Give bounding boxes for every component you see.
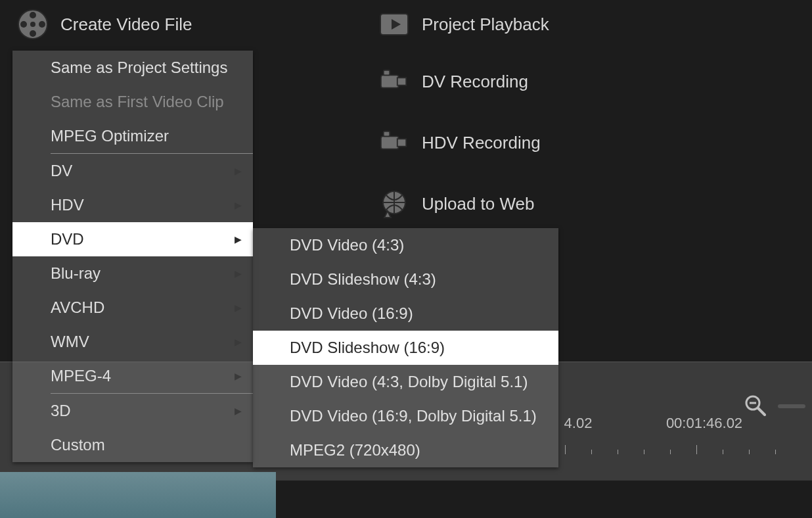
svg-rect-12 <box>381 75 399 87</box>
submenu-item-dvd-slideshow-169[interactable]: DVD Slideshow (16:9) <box>253 331 558 365</box>
project-playback-label: Project Playback <box>422 14 549 35</box>
menu-label-same-as-project-settings: Same as Project Settings <box>51 59 253 77</box>
create-video-file-menu: Same as Project Settings Same as First V… <box>12 51 253 462</box>
submenu-item-dvd-video-169-dolby[interactable]: DVD Video (16:9, Dolby Digital 5.1) <box>253 399 558 433</box>
svg-point-8 <box>39 21 45 28</box>
menu-item-dv[interactable]: DV ▶ <box>12 154 253 188</box>
film-reel-icon <box>17 9 49 40</box>
menu-item-mpeg4[interactable]: MPEG-4 ▶ <box>12 359 253 393</box>
svg-point-9 <box>30 22 35 27</box>
menu-label-mpeg-optimizer: MPEG Optimizer <box>51 127 253 145</box>
submenu-label-dvd-video-169: DVD Video (16:9) <box>290 304 413 323</box>
submenu-item-dvd-video-169[interactable]: DVD Video (16:9) <box>253 296 558 331</box>
svg-rect-13 <box>397 78 406 85</box>
menu-item-3d[interactable]: 3D ▶ <box>12 394 253 428</box>
submenu-arrow-icon: ▶ <box>235 406 253 416</box>
menu-item-mpeg-optimizer[interactable]: MPEG Optimizer <box>12 119 253 153</box>
submenu-arrow-icon: ▶ <box>235 371 253 381</box>
submenu-arrow-icon: ▶ <box>235 166 253 176</box>
submenu-arrow-icon: ▶ <box>235 234 253 245</box>
svg-rect-17 <box>384 131 390 137</box>
menu-label-custom: Custom <box>51 436 253 454</box>
hdv-recording-label: HDV Recording <box>422 133 541 153</box>
submenu-item-mpeg2-720x480[interactable]: MPEG2 (720x480) <box>253 433 558 467</box>
playback-icon <box>378 9 410 40</box>
submenu-item-dvd-video-43-dolby[interactable]: DVD Video (4:3, Dolby Digital 5.1) <box>253 365 558 399</box>
submenu-item-dvd-video-43[interactable]: DVD Video (4:3) <box>253 228 558 262</box>
timeline-timecode-1: 4.02 <box>564 415 593 432</box>
svg-point-5 <box>30 12 36 18</box>
menu-label-3d: 3D <box>51 402 235 420</box>
menu-item-avchd[interactable]: AVCHD ▶ <box>12 291 253 325</box>
menu-label-dv: DV <box>51 162 235 180</box>
menu-item-hdv[interactable]: HDV ▶ <box>12 188 253 222</box>
submenu-item-dvd-slideshow-43[interactable]: DVD Slideshow (4:3) <box>253 262 558 296</box>
menu-label-same-as-first-video-clip: Same as First Video Clip <box>51 93 253 111</box>
dv-recording-button[interactable]: DV Recording <box>378 66 528 97</box>
submenu-arrow-icon: ▶ <box>235 302 253 313</box>
svg-rect-15 <box>381 136 399 149</box>
submenu-label-dvd-slideshow-43: DVD Slideshow (4:3) <box>290 270 436 289</box>
hdv-recording-button[interactable]: HDV Recording <box>378 127 541 158</box>
svg-rect-16 <box>397 139 406 147</box>
hdv-camera-icon <box>378 127 410 158</box>
menu-item-same-as-project-settings[interactable]: Same as Project Settings <box>12 51 253 85</box>
timeline-timecode-2: 00:01:46.02 <box>666 415 742 432</box>
submenu-arrow-icon: ▶ <box>235 200 253 210</box>
menu-item-bluray[interactable]: Blu-ray ▶ <box>12 256 253 291</box>
menu-label-mpeg4: MPEG-4 <box>51 367 235 385</box>
svg-rect-14 <box>384 70 390 76</box>
submenu-arrow-icon: ▶ <box>235 337 253 347</box>
submenu-arrow-icon: ▶ <box>235 268 253 279</box>
menu-item-custom[interactable]: Custom <box>12 428 253 462</box>
project-playback-button[interactable]: Project Playback <box>378 9 549 40</box>
menu-item-wmv[interactable]: WMV ▶ <box>12 325 253 359</box>
submenu-label-dvd-video-43: DVD Video (4:3) <box>290 236 404 254</box>
menu-item-dvd[interactable]: DVD ▶ <box>12 222 253 256</box>
upload-to-web-button[interactable]: Upload to Web <box>378 188 535 220</box>
svg-point-7 <box>20 21 27 28</box>
create-video-file-button[interactable]: Create Video File <box>17 9 192 40</box>
menu-label-bluray: Blu-ray <box>51 264 235 283</box>
submenu-label-dvd-video-43-dolby: DVD Video (4:3, Dolby Digital 5.1) <box>290 373 528 391</box>
timeline-clip-thumbnail[interactable] <box>0 472 276 518</box>
zoom-slider[interactable] <box>778 404 805 408</box>
dv-recording-label: DV Recording <box>422 72 528 92</box>
dvd-submenu: DVD Video (4:3) DVD Slideshow (4:3) DVD … <box>253 228 558 467</box>
dv-camera-icon <box>378 66 410 97</box>
svg-point-6 <box>30 30 36 37</box>
submenu-label-dvd-slideshow-169: DVD Slideshow (16:9) <box>290 339 445 357</box>
globe-upload-icon <box>378 188 410 220</box>
svg-line-2 <box>758 408 765 415</box>
menu-label-avchd: AVCHD <box>51 298 235 317</box>
submenu-label-dvd-video-169-dolby: DVD Video (16:9, Dolby Digital 5.1) <box>290 407 537 425</box>
upload-to-web-label: Upload to Web <box>422 194 535 214</box>
submenu-label-mpeg2-720x480: MPEG2 (720x480) <box>290 441 420 459</box>
menu-item-same-as-first-video-clip: Same as First Video Clip <box>12 85 253 119</box>
menu-label-dvd: DVD <box>51 230 235 248</box>
create-video-file-label: Create Video File <box>60 14 192 35</box>
menu-label-hdv: HDV <box>51 196 235 214</box>
menu-label-wmv: WMV <box>51 333 235 351</box>
